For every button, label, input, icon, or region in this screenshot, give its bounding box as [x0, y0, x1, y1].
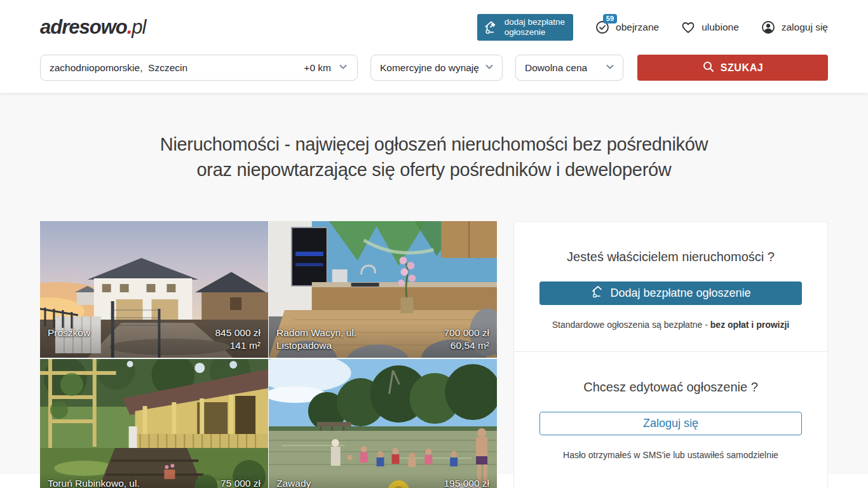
property-photo-cottage	[40, 359, 268, 488]
price-select[interactable]: Dowolna cena	[515, 55, 623, 81]
header-actions: dodaj bezpłatne ogłoszenie 59 obejrzane	[477, 14, 828, 41]
listing-location: Toruń Rubinkowo, ul.	[48, 477, 140, 488]
location-search-input[interactable]: zachodniopomorskie, Szczecin +0 km	[40, 55, 358, 81]
listing-card[interactable]: Proszków 845 000 zł 141 m²	[40, 221, 268, 358]
listing-location: Zawady	[276, 477, 311, 488]
radius-value: +0 km	[304, 62, 331, 74]
heart-icon	[681, 20, 696, 35]
category-select[interactable]: Komercyjne do wynaję	[370, 55, 503, 81]
owner-note: Standardowe ogłoszenia są bezpłatne - be…	[539, 320, 802, 330]
listing-area: 60,54 m²	[451, 340, 489, 351]
sidebar: Jesteś właścicielem nieruchomości ?	[513, 221, 828, 488]
user-icon	[761, 20, 776, 35]
site-header: adresowo.pl dodaj bezpłatne	[0, 0, 868, 93]
edit-section: Chcesz edytować ogłoszenie ? Zaloguj się…	[514, 351, 827, 482]
listing-card[interactable]: Toruń Rubinkowo, ul. 75 000 zł	[40, 359, 268, 488]
chevron-down-icon	[484, 62, 494, 74]
favorites-label: ulubione	[702, 22, 739, 33]
listing-card[interactable]: Radom Wacyn, ul. Listopadowa 700 000 zł …	[269, 221, 497, 358]
listing-location: Proszków	[48, 327, 90, 339]
listing-area: 141 m²	[230, 340, 261, 351]
logo-text: adresowo	[40, 16, 127, 38]
favorites-link[interactable]: ulubione	[681, 20, 739, 35]
location-value: zachodniopomorskie, Szczecin	[50, 62, 304, 74]
listing-location: Radom Wacyn, ul. Listopadowa	[276, 327, 400, 352]
radius-select[interactable]: +0 km	[304, 62, 348, 74]
chevron-down-icon	[338, 62, 348, 74]
edit-heading: Chcesz edytować ogłoszenie ?	[539, 380, 802, 395]
chevron-down-icon	[605, 62, 615, 74]
category-value: Komercyjne do wynaję	[380, 62, 479, 74]
owner-heading: Jesteś właścicielem nieruchomości ?	[539, 250, 802, 264]
search-button-label: SZUKAJ	[721, 62, 764, 74]
search-filters: zachodniopomorskie, Szczecin +0 km Komer…	[0, 55, 868, 93]
main-content: Nieruchomości - najwięcej ogłoszeń nieru…	[0, 93, 868, 474]
logo[interactable]: adresowo.pl	[40, 16, 146, 39]
viewed-label: obejrzane	[616, 22, 659, 33]
house-add-icon	[483, 19, 499, 36]
add-listing-button[interactable]: dodaj bezpłatne ogłoszenie	[477, 14, 573, 41]
listing-caption: Zawady 195 000 zł	[269, 473, 497, 488]
top-bar: adresowo.pl dodaj bezpłatne	[0, 0, 868, 55]
viewed-count-badge: 59	[603, 14, 617, 24]
price-value: Dowolna cena	[525, 62, 587, 74]
viewed-check-icon: 59	[595, 20, 610, 35]
viewed-link[interactable]: 59 obejrzane	[595, 20, 659, 35]
login-label: zaloguj się	[782, 22, 828, 33]
sidebar-add-listing-label: Dodaj bezpłatne ogłoszenie	[610, 287, 750, 300]
sidebar-login-button[interactable]: Zaloguj się	[539, 412, 802, 435]
house-add-icon	[590, 284, 606, 302]
sidebar-login-label: Zaloguj się	[643, 417, 698, 430]
listing-card[interactable]: Zawady 195 000 zł	[269, 359, 497, 488]
listing-caption: Proszków 845 000 zł 141 m²	[40, 323, 268, 358]
page-title: Nieruchomości - najwięcej ogłoszeń nieru…	[40, 132, 828, 182]
edit-note: Hasło otrzymałeś w SMS'ie lub ustawiłeś …	[539, 450, 802, 460]
owner-section: Jesteś właścicielem nieruchomości ?	[514, 222, 827, 351]
listing-price: 195 000 zł	[444, 478, 489, 488]
sidebar-add-listing-button[interactable]: Dodaj bezpłatne ogłoszenie	[539, 281, 802, 305]
listing-caption: Radom Wacyn, ul. Listopadowa 700 000 zł …	[269, 323, 497, 358]
search-icon	[702, 60, 715, 76]
property-photo-lake	[269, 359, 497, 488]
login-link[interactable]: zaloguj się	[761, 20, 828, 35]
listing-caption: Toruń Rubinkowo, ul. 75 000 zł	[40, 473, 268, 488]
add-listing-label: dodaj bezpłatne ogłoszenie	[505, 17, 565, 37]
sidebar-card: Jesteś właścicielem nieruchomości ?	[513, 221, 828, 488]
listing-price: 700 000 zł	[444, 327, 489, 338]
search-button[interactable]: SZUKAJ	[637, 55, 828, 81]
logo-tld: pl	[132, 16, 146, 38]
listing-price: 845 000 zł	[215, 327, 261, 338]
listings-grid: Proszków 845 000 zł 141 m²	[40, 221, 497, 488]
listing-price: 75 000 zł	[220, 478, 261, 488]
